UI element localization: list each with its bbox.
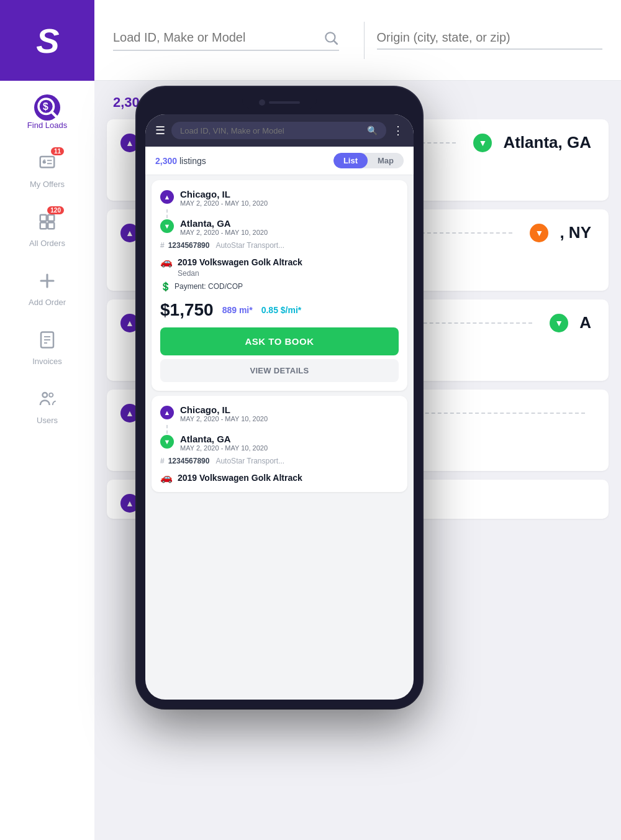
phone-card-1-payment: Payment: COD/COP <box>175 282 243 291</box>
plus-icon <box>38 272 57 290</box>
phone-card-1-car-row: 🚗 2019 Volkswagen Golk Altrack <box>160 256 399 268</box>
phone-card-1-car-type: Sedan <box>160 269 399 278</box>
phone-card-2-origin-info: Chicago, IL MAY 2, 2020 - MAY 10, 2020 <box>180 404 268 422</box>
phone-card-1-origin-dot: ▲ <box>160 190 174 204</box>
phone-topbar: ☰ 🔍 ⋮ <box>145 114 414 147</box>
sidebar-item-invoices[interactable]: Invoices <box>0 313 94 372</box>
payment-icon-1: 💲 <box>160 281 171 291</box>
phone-card-1-car-name: 2019 Volkswagen Golk Altrack <box>178 257 302 267</box>
phone-listings-count: 2,300 <box>155 156 177 166</box>
phone-card-2-car-row: 🚗 2019 Volkswagen Golk Altrack <box>160 472 399 483</box>
phone-card-2-id-row: # 1234567890 AutoStar Transport... <box>160 457 399 465</box>
phone-card-2-dashed <box>166 425 168 434</box>
phone-card-2-origin-dot: ▲ <box>160 406 174 419</box>
sidebar-item-add-order[interactable]: Add Order <box>0 254 94 313</box>
phone-card-1-payment-row: 💲 Payment: COD/COP <box>160 281 399 291</box>
phone-card-1-transport: AutoStar Transport... <box>215 241 284 250</box>
phone-card-1-origin-row: ▲ Chicago, IL MAY 2, 2020 - MAY 10, 2020 <box>160 189 399 207</box>
invoices-icon-wrap <box>34 327 60 353</box>
invoices-icon <box>38 331 57 349</box>
phone-map-btn[interactable]: Map <box>368 153 404 168</box>
topbar-divider <box>364 22 365 59</box>
users-icon-wrap <box>34 386 60 412</box>
phone-card-1-origin-info: Chicago, IL MAY 2, 2020 - MAY 10, 2020 <box>180 189 268 207</box>
view-details-button[interactable]: VIEW DETAILS <box>160 359 399 382</box>
svg-point-18 <box>43 393 48 398</box>
offers-badge: 11 <box>51 147 64 155</box>
phone-card-2-car-name: 2019 Volkswagen Golk Altrack <box>178 473 302 483</box>
dest-city-3: A <box>579 313 591 332</box>
phone-card-1-dest-date: MAY 2, 2020 - MAY 10, 2020 <box>180 229 268 236</box>
phone-card-1-dest-info: Atlanta, GA MAY 2, 2020 - MAY 10, 2020 <box>180 218 268 236</box>
origin-box <box>377 30 603 50</box>
sidebar-all-orders-label: All Orders <box>29 239 65 248</box>
origin-input[interactable] <box>377 30 603 45</box>
phone-speaker <box>269 101 300 104</box>
orders-icon-wrap: 120 <box>34 209 60 235</box>
sidebar-item-all-orders[interactable]: 120 All Orders <box>0 195 94 254</box>
sidebar: S $ Find Loads 11 $ My Offers <box>0 0 94 840</box>
phone-card-2[interactable]: ▲ Chicago, IL MAY 2, 2020 - MAY 10, 2020… <box>152 396 407 492</box>
search-icon <box>323 30 339 46</box>
phone-toggle: List Map <box>333 153 404 168</box>
phone-card-2-hash: # <box>160 457 165 465</box>
phone-card-2-dest-city: Atlanta, GA <box>180 434 268 444</box>
phone-card-2-origin-city: Chicago, IL <box>180 404 268 415</box>
phone-card-1-hash: # <box>160 241 165 250</box>
phone-card-1-price: $1,750 <box>160 300 214 320</box>
sidebar-item-users[interactable]: Users <box>0 372 94 431</box>
phone-content: ▲ Chicago, IL MAY 2, 2020 - MAY 10, 2020… <box>145 175 414 700</box>
sidebar-item-my-offers[interactable]: 11 $ My Offers <box>0 136 94 195</box>
svg-rect-10 <box>40 222 47 229</box>
dest-city-2: , NY <box>560 223 591 242</box>
phone-menu-icon[interactable]: ☰ <box>155 124 165 137</box>
phone-card-1-dashed <box>166 209 168 218</box>
phone-search-input[interactable] <box>180 126 362 135</box>
phone-card-2-dest-dot: ▼ <box>160 435 174 449</box>
phone-card-1-rate: 0.85 $/mi* <box>261 305 302 315</box>
phone-card-1[interactable]: ▲ Chicago, IL MAY 2, 2020 - MAY 10, 2020… <box>152 180 407 391</box>
svg-line-21 <box>333 40 337 43</box>
search-input[interactable] <box>113 30 323 45</box>
phone-overlay: ☰ 🔍 ⋮ 2,300 listings List Map <box>137 87 422 708</box>
phone-more-icon[interactable]: ⋮ <box>392 124 404 137</box>
sidebar-users-label: Users <box>37 416 58 425</box>
phone-card-1-dest-row: ▼ Atlanta, GA MAY 2, 2020 - MAY 10, 2020 <box>160 218 399 236</box>
svg-point-19 <box>49 393 53 397</box>
phone-card-1-price-row: $1,750 889 mi* 0.85 $/mi* <box>160 300 399 320</box>
phone-card-1-origin-date: MAY 2, 2020 - MAY 10, 2020 <box>180 199 268 207</box>
orders-badge: 120 <box>47 206 64 214</box>
phone-card-2-dest-date: MAY 2, 2020 - MAY 10, 2020 <box>180 444 268 452</box>
phone-card-1-id-row: # 1234567890 AutoStar Transport... <box>160 241 399 250</box>
car-icon-1: 🚗 <box>160 256 173 268</box>
sidebar-add-order-label: Add Order <box>29 298 66 307</box>
find-loads-icon-bg: $ <box>34 94 60 121</box>
phone-frame: ☰ 🔍 ⋮ 2,300 listings List Map <box>137 87 422 708</box>
offers-icon-wrap: 11 $ <box>34 150 60 176</box>
phone-card-1-miles: 889 mi* <box>222 305 253 315</box>
dest-dot-3: ▼ <box>550 314 568 332</box>
logo: S <box>0 0 94 81</box>
svg-rect-3 <box>40 157 55 168</box>
phone-listings-label: listings <box>179 156 206 166</box>
phone-card-1-origin-city: Chicago, IL <box>180 189 268 199</box>
svg-rect-11 <box>48 222 54 229</box>
sidebar-item-find-loads[interactable]: $ Find Loads <box>0 81 94 136</box>
sidebar-find-loads-label: Find Loads <box>27 121 67 130</box>
search-dollar-icon: $ <box>34 94 60 121</box>
phone-card-2-dest-info: Atlanta, GA MAY 2, 2020 - MAY 10, 2020 <box>180 434 268 452</box>
phone-card-1-id: 1234567890 <box>168 241 210 250</box>
orders-icon <box>38 212 57 231</box>
svg-text:$: $ <box>43 158 46 165</box>
users-icon <box>38 390 57 408</box>
ask-to-book-button[interactable]: ASK TO BOOK <box>160 327 399 355</box>
dest-dot-2: ▼ <box>530 224 548 242</box>
search-box <box>113 30 339 51</box>
phone-list-btn[interactable]: List <box>333 153 368 168</box>
phone-card-2-car-details: 2019 Volkswagen Golk Altrack <box>178 473 302 483</box>
dest-dot-1: ▼ <box>473 134 492 152</box>
sidebar-my-offers-label: My Offers <box>30 180 65 189</box>
car-icon-2: 🚗 <box>160 472 173 483</box>
sidebar-invoices-label: Invoices <box>32 357 62 366</box>
phone-card-1-car-details: 2019 Volkswagen Golk Altrack <box>178 257 302 267</box>
